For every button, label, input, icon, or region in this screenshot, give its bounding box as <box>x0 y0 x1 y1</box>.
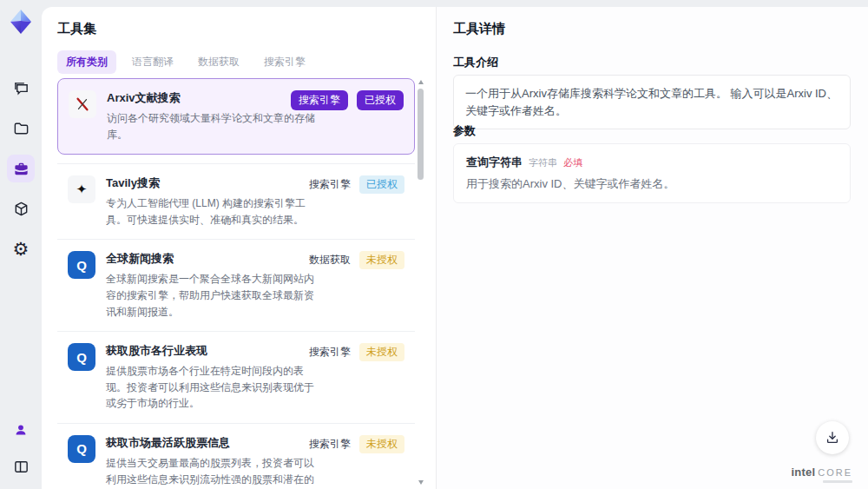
intro-heading: 工具介绍 <box>453 55 498 70</box>
tools-pane: 工具集 所有类别 语言翻译 数据获取 搜索引擎 <box>42 7 436 489</box>
param-required-flag: 必填 <box>563 156 582 169</box>
news-app-glyph: Q <box>76 350 87 365</box>
category-tabs: 所有类别 语言翻译 数据获取 搜索引擎 <box>57 50 314 74</box>
tool-name: Arxiv文献搜索 <box>107 90 317 106</box>
auth-status-badge: 未授权 <box>359 251 404 269</box>
tool-name: Tavily搜索 <box>106 175 318 191</box>
rail-bottom <box>0 416 42 480</box>
scroll-down-arrow-icon[interactable] <box>418 480 424 485</box>
tool-item-tavily[interactable]: ✦ Tavily搜索 专为人工智能代理 (LLM) 构建的搜索引擎工具。可快速提… <box>57 163 415 239</box>
scroll-up-arrow-icon[interactable] <box>418 80 424 84</box>
intro-box: 一个用于从Arxiv存储库搜索科学论文和文章的工具。 输入可以是Arxiv ID… <box>453 75 851 129</box>
settings-icon[interactable]: ⚙ <box>7 235 35 262</box>
category-badge: 搜索引擎 <box>291 90 348 110</box>
tool-name: 全球新闻搜索 <box>106 251 318 267</box>
tool-item-stock-sector[interactable]: Q 获取股市各行业表现 提供股票市场各个行业在特定时间段内的表现。投资者可以利用… <box>57 331 415 423</box>
gear-glyph: ⚙ <box>13 240 30 258</box>
rail-nav: ⚙ <box>7 75 35 262</box>
tool-description: 全球新闻搜索是一个聚合全球各大新闻网站内容的搜索引擎，帮助用户快速获取全球最新资… <box>106 271 318 320</box>
chat-icon[interactable] <box>7 75 35 102</box>
download-icon <box>825 430 840 446</box>
auth-status-badge: 已授权 <box>359 175 404 194</box>
param-name: 查询字符串 <box>466 155 523 170</box>
app-root: ⚙ 工具集 所有类别 语言翻译 <box>0 0 868 489</box>
tool-description: 专为人工智能代理 (LLM) 构建的搜索引擎工具。可快速提供实时、准确和真实的结… <box>106 195 318 228</box>
param-type: 字符串 <box>529 156 557 169</box>
category-tag: 搜索引擎 <box>309 345 351 360</box>
sidebar-toggle-icon[interactable] <box>7 453 35 480</box>
intel-wordmark: intel <box>791 466 815 479</box>
main-surface: 工具集 所有类别 语言翻译 数据获取 搜索引擎 <box>42 7 868 489</box>
tool-item-active-stocks[interactable]: Q 获取市场最活跃股票信息 提供当天交易量最高的股票列表，投资者可以利用这些信息… <box>57 423 415 489</box>
news-app-icon: Q <box>68 251 95 279</box>
arxiv-icon <box>69 90 96 118</box>
user-icon[interactable] <box>7 416 35 444</box>
toolbox-icon[interactable] <box>7 155 35 182</box>
scrollbar-thumb[interactable] <box>418 89 424 180</box>
tab-search-engine[interactable]: 搜索引擎 <box>255 50 314 74</box>
tavily-icon: ✦ <box>68 175 95 203</box>
tool-item-arxiv[interactable]: Arxiv文献搜索 访问各个研究领域大量科学论文和文章的存储库。 搜索引擎 已授… <box>57 78 415 155</box>
auth-status-badge: 已授权 <box>357 90 404 110</box>
news-app-icon: Q <box>68 343 95 371</box>
cube-icon[interactable] <box>7 195 35 222</box>
news-app-glyph: Q <box>76 441 87 456</box>
params-heading: 参数 <box>453 123 476 139</box>
left-rail: ⚙ <box>0 0 42 489</box>
news-app-glyph: Q <box>76 258 87 273</box>
folder-icon[interactable] <box>7 115 35 142</box>
tool-item-global-news[interactable]: Q 全球新闻搜索 全球新闻搜索是一个聚合全球各大新闻网站内容的搜索引擎，帮助用户… <box>57 239 415 331</box>
tab-language-translation[interactable]: 语言翻译 <box>123 50 182 74</box>
core-wordmark: CORE <box>818 467 852 478</box>
page-title: 工具集 <box>57 21 96 37</box>
intel-core-logo: intel CORE <box>791 466 852 479</box>
auth-status-badge: 未授权 <box>359 343 404 361</box>
tool-name: 获取市场最活跃股票信息 <box>106 435 318 451</box>
parameter-card: 查询字符串 字符串 必填 用于搜索的Arxiv ID、关键字或作者姓名。 <box>453 143 851 203</box>
category-tag: 搜索引擎 <box>309 437 351 452</box>
tab-data-fetch[interactable]: 数据获取 <box>189 50 248 74</box>
details-pane: 工具详情 工具介绍 一个用于从Arxiv存储库搜索科学论文和文章的工具。 输入可… <box>436 7 868 489</box>
category-tag: 数据获取 <box>309 253 351 268</box>
tool-name: 获取股市各行业表现 <box>106 343 318 359</box>
sparkle-glyph: ✦ <box>76 182 88 197</box>
app-logo-icon <box>8 9 34 35</box>
param-description: 用于搜索的Arxiv ID、关键字或作者姓名。 <box>466 176 838 192</box>
news-app-icon: Q <box>68 435 95 463</box>
logo-underline <box>823 480 852 483</box>
download-button[interactable] <box>816 421 849 454</box>
tool-description: 提供当天交易量最高的股票列表，投资者可以利用这些信息来识别流动性强的股票和潜在的… <box>106 455 318 489</box>
details-title: 工具详情 <box>453 21 505 37</box>
auth-status-badge: 未授权 <box>359 435 404 453</box>
list-scrollbar <box>418 80 424 485</box>
tab-all-categories[interactable]: 所有类别 <box>57 50 116 74</box>
tool-description: 提供股票市场各个行业在特定时间段内的表现。投资者可以利用这些信息来识别表现优于或… <box>106 363 318 412</box>
tool-list: Arxiv文献搜索 访问各个研究领域大量科学论文和文章的存储库。 搜索引擎 已授… <box>57 78 415 489</box>
category-tag: 搜索引擎 <box>309 177 351 192</box>
tool-description: 访问各个研究领域大量科学论文和文章的存储库。 <box>107 110 317 142</box>
